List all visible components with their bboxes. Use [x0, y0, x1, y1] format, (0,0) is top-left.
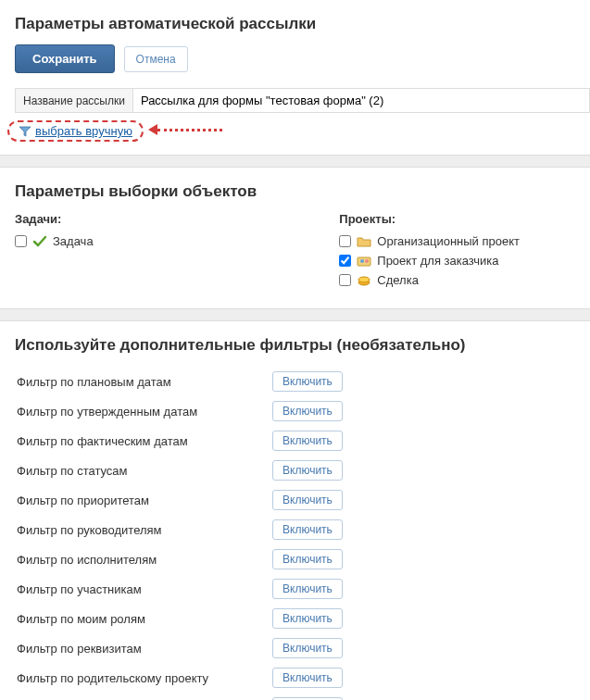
page-title: Параметры автоматической рассылки [0, 0, 590, 44]
svg-point-4 [358, 277, 370, 282]
project-label-2: Сделка [377, 273, 419, 287]
project-checkbox-2[interactable] [339, 274, 351, 286]
filter-enable-button[interactable]: Включить [272, 519, 343, 540]
filter-enable-button[interactable]: Включить [272, 638, 343, 658]
filter-label: Фильтр по руководителям [17, 523, 162, 537]
section-divider-2 [0, 308, 590, 321]
filter-label: Фильтр по участникам [17, 582, 142, 596]
project-row-2: Сделка [339, 270, 520, 290]
annotation-arrow [148, 124, 222, 135]
tasks-column: Задачи: Задача [15, 212, 94, 290]
filter-label: Фильтр по фактическим датам [17, 434, 188, 448]
project-label-0: Организационный проект [377, 234, 520, 248]
task-label: Задача [53, 234, 94, 248]
filter-enable-button[interactable]: Включить [272, 401, 343, 421]
project-label-1: Проект для заказчика [377, 254, 498, 268]
filter-label: Фильтр по исполнителям [17, 553, 157, 567]
project-checkbox-1[interactable] [339, 255, 351, 267]
funnel-icon [19, 126, 31, 137]
filter-row: Фильтр по реквизитамВключить [17, 634, 346, 662]
filter-enable-button[interactable]: Включить [272, 668, 343, 688]
filter-enable-button[interactable]: Включить [272, 608, 343, 629]
section-divider [0, 155, 590, 168]
filter-enable-button[interactable]: Включить [272, 579, 343, 599]
task-row: Задача [15, 231, 94, 251]
task-checkbox[interactable] [15, 235, 27, 247]
folder-yellow-icon [357, 235, 371, 248]
manual-select-link[interactable]: выбрать вручную [7, 120, 144, 142]
projects-column: Проекты: Организационный проект Проект д… [339, 212, 575, 290]
filter-row: Фильтр по плановым датамВключить [17, 368, 346, 395]
filter-enable-button[interactable]: Включить [272, 549, 343, 569]
manual-select-label: выбрать вручную [35, 124, 132, 138]
project-row-1: Проект для заказчика [339, 251, 520, 270]
svg-point-1 [360, 259, 364, 263]
filter-row: Фильтр по родительскому проектуВключить [17, 664, 346, 692]
filter-enable-button[interactable]: Включить [272, 460, 343, 481]
filters-title: Используйте дополнительные фильтры (необ… [0, 321, 590, 366]
project-checkbox-0[interactable] [339, 235, 351, 247]
filter-label: Фильтр по моим ролям [17, 612, 145, 626]
filter-label: Фильтр по утвержденным датам [17, 405, 197, 419]
cancel-button[interactable]: Отмена [124, 46, 188, 72]
filter-label: Фильтр по плановым датам [17, 375, 171, 389]
filter-row: Фильтр по приоритетамВключить [17, 486, 346, 514]
check-green-icon [32, 235, 47, 248]
manual-select-row: выбрать вручную [0, 113, 590, 155]
selection-title: Параметры выборки объектов [0, 168, 590, 212]
filter-enable-button[interactable]: Включить [272, 490, 343, 510]
filter-label: Фильтр по реквизитам [17, 642, 142, 656]
mailing-name-input[interactable] [133, 89, 589, 112]
filter-enable-button[interactable]: Включить [272, 431, 343, 451]
filter-row: Фильтр по моим ролямВключить [17, 605, 346, 632]
projects-heading: Проекты: [339, 212, 520, 226]
filter-row: Фильтр по статусамВключить [17, 456, 346, 484]
name-field-label: Название рассылки [16, 89, 133, 113]
selection-columns: Задачи: Задача Проекты: Организационный … [0, 212, 590, 308]
tasks-heading: Задачи: [15, 212, 94, 226]
filter-label: Фильтр по статусам [17, 464, 128, 478]
filter-row: Исключить проекты, законченные ранее чем… [17, 694, 346, 700]
filter-row: Фильтр по фактическим датамВключить [17, 427, 346, 455]
filter-enable-button[interactable]: Включить [272, 371, 343, 392]
svg-point-2 [365, 259, 369, 263]
toolbar: Сохранить Отмена [0, 44, 590, 88]
name-field-row: Название рассылки [15, 88, 590, 113]
people-icon [357, 255, 371, 268]
filter-row: Фильтр по участникамВключить [17, 575, 346, 603]
filter-label: Фильтр по родительскому проекту [17, 671, 208, 685]
save-button[interactable]: Сохранить [15, 44, 115, 73]
filter-row: Фильтр по утвержденным датамВключить [17, 397, 346, 425]
project-row-0: Организационный проект [339, 231, 520, 251]
filter-row: Фильтр по исполнителямВключить [17, 545, 346, 573]
filters-list: Фильтр по плановым датамВключитьФильтр п… [0, 366, 590, 700]
filter-label: Фильтр по приоритетам [17, 494, 149, 507]
filter-row: Фильтр по руководителямВключить [17, 516, 346, 544]
coins-icon [357, 274, 371, 287]
